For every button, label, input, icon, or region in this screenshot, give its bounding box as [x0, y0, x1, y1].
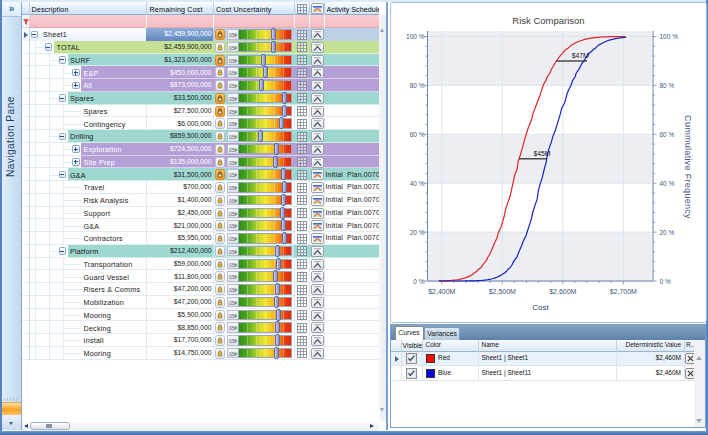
svg-text:80 %: 80 %: [409, 82, 424, 89]
svg-text:60 %: 60 %: [409, 131, 424, 138]
svg-text:0 %: 0 %: [413, 278, 424, 285]
svg-text:0 %: 0 %: [659, 278, 670, 285]
svg-text:Risk Comparison: Risk Comparison: [512, 15, 584, 26]
svg-text:$2,600M: $2,600M: [549, 288, 576, 295]
svg-text:$2,500M: $2,500M: [488, 288, 515, 295]
svg-text:20 %: 20 %: [659, 229, 674, 236]
svg-text:60 %: 60 %: [659, 131, 674, 138]
svg-text:20 %: 20 %: [409, 229, 424, 236]
svg-text:$2,700M: $2,700M: [609, 288, 636, 295]
svg-text:40 %: 40 %: [659, 180, 674, 187]
svg-text:100 %: 100 %: [659, 33, 678, 40]
svg-text:100 %: 100 %: [406, 33, 425, 40]
svg-text:$2,400M: $2,400M: [428, 288, 455, 295]
svg-text:80 %: 80 %: [659, 82, 674, 89]
svg-text:Cost: Cost: [532, 303, 549, 312]
svg-text:$45M: $45M: [533, 150, 550, 157]
svg-text:Cummulative Frequency: Cummulative Frequency: [683, 115, 693, 219]
svg-text:$47M: $47M: [571, 52, 588, 59]
svg-text:40 %: 40 %: [409, 180, 424, 187]
